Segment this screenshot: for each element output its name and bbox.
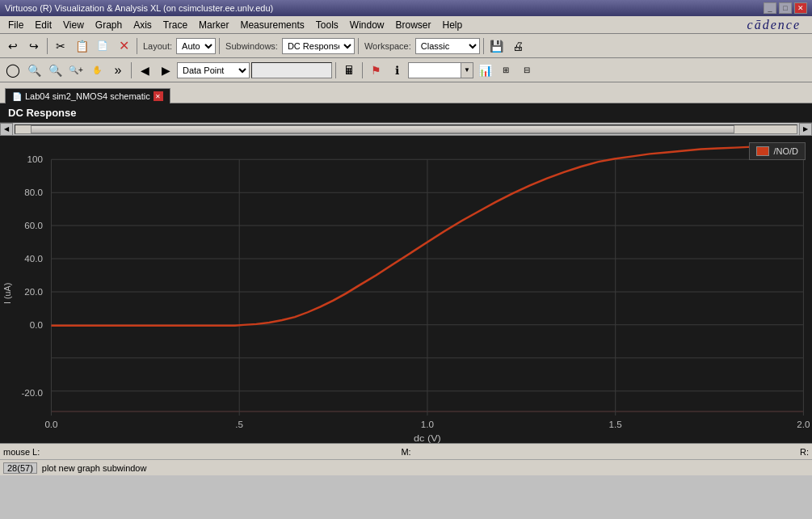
graph-title: DC Response — [0, 103, 812, 123]
chart-button[interactable]: 📊 — [475, 61, 494, 80]
menubar: File Edit View Graph Axis Trace Marker M… — [0, 16, 812, 34]
layout-select[interactable]: Auto — [176, 38, 216, 54]
back-button[interactable]: ◀ — [135, 61, 154, 80]
menu-graph[interactable]: Graph — [90, 18, 127, 32]
svg-text:0.0: 0.0 — [44, 420, 57, 428]
legend: /NO/D — [749, 142, 806, 160]
print-button[interactable]: 🖨 — [508, 36, 528, 56]
menu-marker[interactable]: Marker — [194, 18, 234, 32]
chart-svg: 100 80.0 60.0 40.0 20.0 0.0 -20.0 I (uA)… — [0, 136, 812, 443]
svg-text:2.0: 2.0 — [797, 420, 810, 428]
menu-window[interactable]: Window — [345, 18, 389, 32]
zoom-out-button[interactable]: ◯ — [3, 61, 23, 80]
menu-view[interactable]: View — [58, 18, 89, 32]
statusbar2: 28(57) plot new graph subwindow — [0, 459, 812, 475]
menu-measurements[interactable]: Measurements — [235, 18, 309, 32]
layout-combo[interactable]: Auto — [176, 38, 216, 54]
family-input[interactable]: family — [408, 62, 461, 78]
scroll-left-arrow[interactable]: ◀ — [0, 123, 13, 136]
horizontal-scrollbar[interactable]: ◀ ▶ — [0, 123, 812, 136]
status-message: plot new graph subwindow — [42, 463, 147, 473]
svg-text:100: 100 — [27, 155, 43, 164]
zoom-in2-button[interactable]: 🔍 — [45, 61, 65, 80]
titlebar: Virtuoso (R) Visualization & Analysis XL… — [0, 0, 812, 16]
sep2 — [137, 38, 137, 54]
svg-rect-0 — [0, 136, 812, 443]
scroll-thumb[interactable] — [31, 125, 734, 133]
zoom-in3-button[interactable]: 🔍+ — [66, 61, 86, 80]
menu-file[interactable]: File — [3, 18, 28, 32]
flag-button[interactable]: ⚑ — [366, 61, 385, 80]
statusbar: mouse L: M: R: — [0, 443, 812, 459]
menu-axis[interactable]: Axis — [128, 18, 157, 32]
menu-help[interactable]: Help — [438, 18, 468, 32]
family-combo[interactable]: family ▼ — [408, 62, 473, 78]
sep3 — [219, 38, 220, 54]
redo-button[interactable]: ↪ — [24, 36, 44, 56]
sep6 — [131, 62, 132, 78]
svg-text:.5: .5 — [235, 420, 243, 428]
window-controls[interactable]: _ □ ✕ — [764, 2, 807, 14]
sep5 — [483, 38, 484, 54]
workspace-label: Workspace: — [362, 41, 414, 51]
datapoint-select[interactable]: Data Point — [177, 62, 250, 78]
menu-edit[interactable]: Edit — [30, 18, 57, 32]
svg-text:I (uA): I (uA) — [2, 283, 11, 304]
menu-browser[interactable]: Browser — [391, 18, 436, 32]
tab-label: Lab04 sim2_NMOS4 schematic — [25, 91, 150, 101]
more-button[interactable]: » — [108, 61, 128, 80]
statusbar-right: R: — [541, 447, 809, 457]
minimize-button[interactable]: _ — [764, 2, 776, 14]
sep4 — [358, 38, 359, 54]
tab-close-button[interactable]: ✕ — [154, 91, 163, 101]
zoom-in-button[interactable]: 🔍 — [24, 61, 44, 80]
graph-area: DC Response ◀ ▶ /NO/D — [0, 103, 812, 443]
tab-area: 📄 Lab04 sim2_NMOS4 schematic ✕ — [0, 82, 812, 103]
chart-wrapper: /NO/D 100 80.0 60.0 40.0 — [0, 136, 812, 443]
sep1 — [47, 38, 48, 54]
pan-button[interactable]: ✋ — [87, 61, 107, 80]
cut-button[interactable]: ✂ — [51, 36, 70, 56]
line-number: 28(57) — [3, 462, 37, 474]
subwindows-combo[interactable]: DC Response — [282, 38, 355, 54]
svg-text:40.0: 40.0 — [24, 254, 43, 263]
svg-text:-20.0: -20.0 — [21, 388, 42, 397]
svg-text:dc (V): dc (V) — [414, 433, 441, 443]
statusbar-mid: M: — [271, 447, 540, 457]
family-dropdown-arrow[interactable]: ▼ — [461, 62, 473, 78]
zoom-fit-button[interactable]: ⊞ — [496, 61, 515, 80]
subwindows-label: Subwindows: — [223, 41, 280, 51]
paste-button[interactable]: 📄 — [93, 36, 112, 56]
subwindows-select[interactable]: DC Response — [282, 38, 355, 54]
svg-text:20.0: 20.0 — [24, 287, 43, 296]
maximize-button[interactable]: □ — [779, 2, 792, 14]
statusbar-mouse: mouse L: — [3, 447, 271, 457]
graph-tab[interactable]: 📄 Lab04 sim2_NMOS4 schematic ✕ — [5, 88, 170, 103]
copy-button[interactable]: 📋 — [72, 36, 91, 56]
workspace-combo[interactable]: Classic — [415, 38, 480, 54]
legend-label: /NO/D — [773, 146, 798, 156]
svg-text:0.0: 0.0 — [30, 320, 43, 329]
info-button[interactable]: ℹ — [387, 61, 406, 80]
calc-button[interactable]: 🖩 — [339, 61, 359, 80]
menu-tools[interactable]: Tools — [311, 18, 343, 32]
datapoint-combo[interactable]: Data Point — [177, 62, 250, 78]
scroll-track[interactable] — [15, 124, 797, 134]
svg-text:60.0: 60.0 — [24, 221, 43, 230]
scroll-right-arrow[interactable]: ▶ — [799, 123, 812, 136]
svg-text:1.0: 1.0 — [421, 420, 434, 428]
toolbar1: ↩ ↪ ✂ 📋 📄 ✕ Layout: Auto Subwindows: DC … — [0, 34, 812, 58]
svg-text:80.0: 80.0 — [24, 188, 43, 196]
save-button[interactable]: 💾 — [487, 36, 507, 56]
layout-label: Layout: — [141, 41, 175, 51]
legend-color — [756, 146, 769, 156]
workspace-select[interactable]: Classic — [415, 38, 480, 54]
forward-button[interactable]: ▶ — [156, 61, 175, 80]
menu-trace[interactable]: Trace — [158, 18, 192, 32]
svg-text:1.5: 1.5 — [609, 420, 622, 428]
datapoint-input[interactable] — [251, 62, 332, 78]
close-button[interactable]: ✕ — [794, 2, 807, 14]
undo-button[interactable]: ↩ — [3, 36, 23, 56]
zoom-reset-button[interactable]: ⊟ — [517, 61, 536, 80]
delete-button[interactable]: ✕ — [114, 36, 133, 56]
